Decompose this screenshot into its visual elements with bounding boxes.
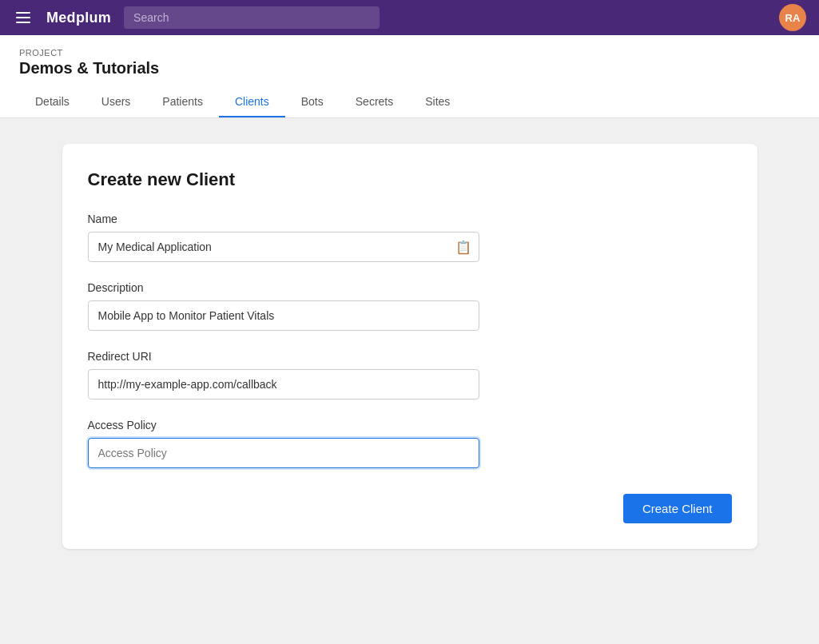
access-policy-input[interactable] [88,438,479,468]
description-label: Description [88,281,732,294]
project-header: PROJECT Demos & Tutorials DetailsUsersPa… [0,35,819,118]
main-content: Create new Client Name 📋 Description Red… [0,118,819,644]
tab-bar: DetailsUsersPatientsClientsBotsSecretsSi… [19,87,800,117]
name-label: Name [88,213,732,225]
access-policy-input-wrapper [88,438,479,468]
search-input[interactable] [124,6,380,29]
search-container [124,6,380,29]
redirect-uri-label: Redirect URI [88,350,732,363]
create-client-card: Create new Client Name 📋 Description Red… [62,144,757,549]
name-field-group: Name 📋 [88,213,732,262]
redirect-uri-input[interactable] [88,369,479,400]
tab-secrets[interactable]: Secrets [340,87,409,117]
access-policy-field-group: Access Policy [88,419,732,468]
redirect-uri-field-group: Redirect URI [88,350,732,400]
name-input-wrapper: 📋 [88,232,479,262]
avatar[interactable]: RA [779,4,806,31]
tab-sites[interactable]: Sites [409,87,466,117]
redirect-uri-input-wrapper [88,369,479,400]
tab-patients[interactable]: Patients [146,87,219,117]
form-title: Create new Client [88,169,732,190]
navbar: Medplum RA [0,0,819,35]
description-input-wrapper [88,300,479,331]
project-title: Demos & Tutorials [19,59,800,78]
form-footer: Create Client [88,494,732,523]
tab-details[interactable]: Details [19,87,85,117]
tab-clients[interactable]: Clients [219,87,285,117]
app-logo: Medplum [46,10,111,26]
create-client-button[interactable]: Create Client [623,494,732,523]
tab-users[interactable]: Users [85,87,147,117]
access-policy-label: Access Policy [88,419,732,431]
description-field-group: Description [88,281,732,331]
clipboard-icon: 📋 [455,240,471,255]
project-label: PROJECT [19,48,800,58]
tab-bots[interactable]: Bots [285,87,340,117]
hamburger-menu[interactable] [13,9,34,26]
description-input[interactable] [88,300,479,331]
name-input[interactable] [88,232,479,262]
